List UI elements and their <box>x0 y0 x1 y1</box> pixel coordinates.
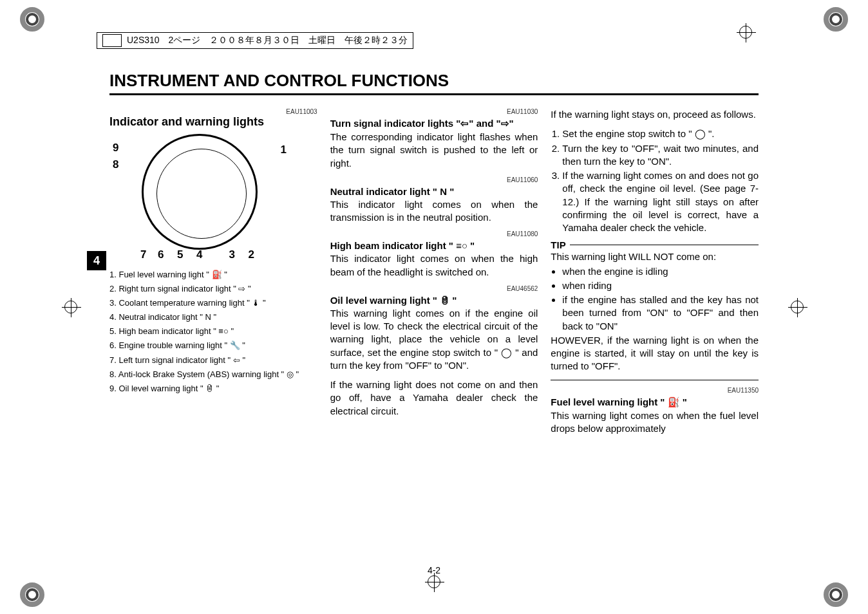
body-text: This indicator light comes on when the h… <box>330 252 538 279</box>
registration-mark-bottom <box>428 575 440 588</box>
subsection-fuel-level: Fuel level warning light " ⛽ " <box>551 396 759 408</box>
tip-rule <box>570 245 759 245</box>
subsection-oil-level: Oil level warning light " 🛢 " <box>330 295 538 306</box>
svg-point-6 <box>826 585 845 604</box>
svg-point-2 <box>826 10 845 29</box>
refcode: EAU11350 <box>551 387 759 394</box>
subsection-turn-signal: Turn signal indicator lights "⇦" and "⇨" <box>330 118 538 129</box>
svg-point-0 <box>23 10 42 29</box>
crop-mark-br <box>823 582 849 608</box>
callout-9: 9 <box>113 142 118 154</box>
body-text: This indicator light comes on when the t… <box>330 198 538 225</box>
tip-bullet: when the engine is idling <box>562 265 759 278</box>
column-2: EAU11030 Turn signal indicator lights "⇦… <box>330 108 538 442</box>
step-item: If the warning light comes on and does n… <box>562 169 759 234</box>
callout-6: 6 <box>158 248 164 261</box>
header-file-info: U2S310 2ページ ２００８年８月３０日 土曜日 午後２時２３分 <box>97 32 413 49</box>
svg-point-3 <box>831 14 841 24</box>
body-text: This warning light comes on when the fue… <box>551 409 759 436</box>
body-text: If the warning light stays on, proceed a… <box>551 108 759 121</box>
callout-1: 1 <box>281 144 287 156</box>
callout-2: 2 <box>249 248 254 261</box>
tip-bullet: if the engine has stalled and the key ha… <box>562 293 759 333</box>
body-text: The corresponding indicator light flashe… <box>330 131 538 170</box>
refcode: EAU11030 <box>330 108 538 115</box>
diagram-legend: 1. Fuel level warning light " ⛽ " 2. Rig… <box>109 268 317 396</box>
column-1: EAU11003 Indicator and warning lights 1 … <box>109 108 317 442</box>
legend-item: 5. High beam indicator light " ≡○ " <box>109 324 317 339</box>
callout-7: 7 <box>140 248 146 261</box>
file-info-text: U2S310 2ページ ２００８年８月３０日 土曜日 午後２時２３分 <box>127 35 408 46</box>
tip-bullet: when riding <box>562 279 759 292</box>
svg-point-4 <box>23 585 42 604</box>
divider <box>551 380 759 380</box>
step-item: Set the engine stop switch to " ◯ ". <box>562 127 759 140</box>
legend-item: 2. Right turn signal indicator light " ⇨… <box>109 282 317 296</box>
page-title: INSTRUMENT AND CONTROL FUNCTIONS <box>109 71 759 95</box>
tip-bullets: when the engine is idling when riding if… <box>562 265 759 333</box>
legend-item: 9. Oil level warning light " 🛢 " <box>109 382 317 396</box>
legend-item: 7. Left turn signal indicator light " ⇦ … <box>109 353 317 367</box>
registration-mark-top <box>739 26 752 39</box>
callout-5: 5 <box>177 248 183 261</box>
body-text: This warning light comes on if the engin… <box>330 307 538 372</box>
legend-item: 1. Fuel level warning light " ⛽ " <box>109 268 317 282</box>
legend-item: 4. Neutral indicator light " N " <box>109 310 317 324</box>
refcode: EAU11003 <box>109 108 317 115</box>
tip-heading-row: TIP <box>551 239 759 250</box>
book-icon <box>102 34 122 47</box>
subsection-neutral: Neutral indicator light " N " <box>330 186 538 197</box>
registration-mark-left <box>64 301 77 313</box>
callout-3: 3 <box>229 248 235 261</box>
column-3: If the warning light stays on, proceed a… <box>551 108 759 442</box>
svg-point-1 <box>27 14 37 24</box>
tip-intro: This warning light WILL NOT come on: <box>551 250 759 263</box>
refcode: EAU46562 <box>330 285 538 292</box>
chapter-tab: 4 <box>87 251 106 270</box>
crop-mark-bl <box>19 582 45 608</box>
svg-point-7 <box>831 590 841 600</box>
svg-point-5 <box>27 590 37 600</box>
body-text: If the warning light does not come on an… <box>330 378 538 418</box>
registration-mark-right <box>791 301 804 313</box>
legend-item: 3. Coolant temperature warning light " 🌡… <box>109 296 317 310</box>
step-item: Turn the key to "OFF", wait two minutes,… <box>562 142 759 169</box>
page-number: 4-2 <box>428 565 440 575</box>
subsection-high-beam: High beam indicator light " ≡○ " <box>330 240 538 251</box>
legend-item: 8. Anti-lock Brake System (ABS) warning … <box>109 367 317 382</box>
legend-item: 6. Engine trouble warning light " 🔧 " <box>109 339 317 353</box>
callout-8: 8 <box>113 158 118 171</box>
callout-4: 4 <box>196 248 202 261</box>
procedure-steps: Set the engine stop switch to " ◯ ". Tur… <box>562 127 759 234</box>
crop-mark-tl <box>19 6 45 32</box>
tip-however: HOWEVER, if the warning light is on when… <box>551 334 759 373</box>
refcode: EAU11060 <box>330 176 538 183</box>
crop-mark-tr <box>823 6 849 32</box>
tip-label: TIP <box>551 239 565 250</box>
gauge-diagram: 1 2 3 4 5 6 7 8 9 <box>109 134 290 263</box>
refcode: EAU11080 <box>330 230 538 237</box>
section-title-indicator-lights: Indicator and warning lights <box>109 115 317 129</box>
page-content: 4 INSTRUMENT AND CONTROL FUNCTIONS EAU11… <box>109 71 759 556</box>
